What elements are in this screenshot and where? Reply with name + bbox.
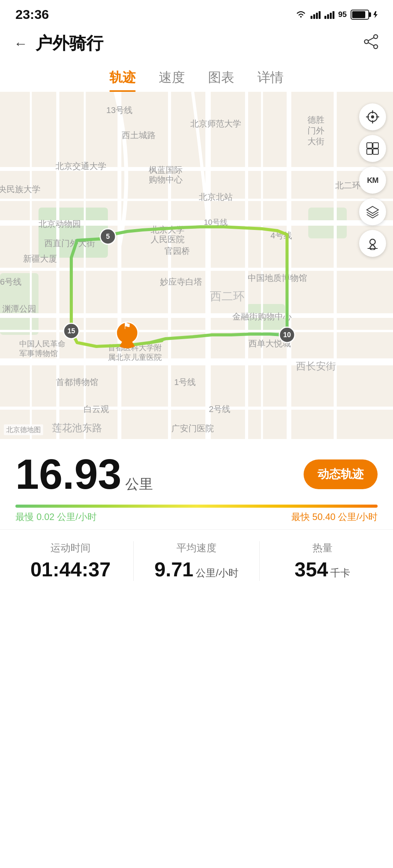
svg-point-1 bbox=[374, 35, 378, 39]
svg-text:金融街购物中心: 金融街购物中心 bbox=[232, 312, 292, 321]
svg-point-2 bbox=[364, 40, 368, 44]
svg-text:军事博物馆: 军事博物馆 bbox=[19, 349, 58, 358]
stat-duration-value: 01:44:37 bbox=[30, 558, 111, 581]
battery-box: 95 bbox=[338, 10, 378, 20]
svg-point-3 bbox=[374, 45, 378, 49]
svg-text:北京交通大学: 北京交通大学 bbox=[55, 161, 106, 171]
distance-unit: 公里 bbox=[125, 475, 153, 494]
signal-icon-1 bbox=[311, 10, 321, 19]
distance-display: 16.93 公里 bbox=[15, 453, 153, 495]
stat-speed-value: 9.71 bbox=[155, 558, 193, 581]
svg-rect-84 bbox=[373, 149, 378, 154]
tabs: 轨迹 速度 图表 详情 bbox=[0, 61, 393, 92]
back-button[interactable]: ← bbox=[14, 35, 28, 52]
map-container[interactable]: 13号线 西土城路 北京师范大学 德胜 门外 大街 北京交通大学 枫蓝国际 购物… bbox=[0, 92, 393, 439]
svg-text:渊潭公园: 渊潭公园 bbox=[2, 304, 36, 314]
svg-text:白云观: 白云观 bbox=[84, 404, 109, 414]
header-left: ← 户外骑行 bbox=[14, 32, 103, 55]
page-title: 户外骑行 bbox=[35, 32, 103, 55]
svg-text:央民族大学: 央民族大学 bbox=[0, 184, 40, 194]
stat-speed: 平均速度 9.71 公里/小时 bbox=[133, 541, 259, 581]
stat-calories-label: 热量 bbox=[312, 541, 333, 555]
speed-gradient-bar bbox=[15, 505, 378, 508]
layers-button[interactable] bbox=[359, 198, 386, 225]
distance-value: 16.93 bbox=[15, 453, 121, 495]
svg-text:5: 5 bbox=[106, 233, 110, 240]
speed-bar-section: 最慢 0.02 公里/小时 最快 50.40 公里/小时 bbox=[0, 499, 393, 525]
svg-text:德胜: 德胜 bbox=[307, 115, 324, 125]
poi-button[interactable] bbox=[359, 230, 386, 257]
wifi-icon bbox=[295, 9, 307, 20]
svg-text:枫蓝国际: 枫蓝国际 bbox=[149, 165, 183, 175]
svg-text:中国人民革命: 中国人民革命 bbox=[19, 339, 66, 348]
svg-text:妙应寺白塔: 妙应寺白塔 bbox=[160, 277, 202, 287]
dynamic-track-button[interactable]: 动态轨迹 bbox=[304, 459, 378, 489]
speed-min-label: 最慢 0.02 公里/小时 bbox=[15, 511, 97, 523]
svg-point-76 bbox=[371, 115, 374, 118]
svg-text:北二环: 北二环 bbox=[335, 181, 361, 190]
signal-icon-2 bbox=[324, 10, 334, 19]
stat-calories-unit: 千卡 bbox=[330, 566, 350, 580]
svg-text:购物中心: 购物中心 bbox=[149, 175, 183, 184]
share-button[interactable] bbox=[363, 34, 379, 53]
svg-text:北京动物园: 北京动物园 bbox=[39, 219, 81, 229]
svg-text:北京师范大学: 北京师范大学 bbox=[190, 119, 241, 128]
stat-duration: 运动时间 01:44:37 bbox=[8, 541, 133, 581]
stat-calories: 热量 354 千卡 bbox=[259, 541, 385, 581]
svg-text:北京北站: 北京北站 bbox=[199, 192, 233, 202]
km-button[interactable]: KM bbox=[359, 167, 386, 194]
tab-detail[interactable]: 详情 bbox=[257, 69, 284, 92]
speed-labels: 最慢 0.02 公里/小时 最快 50.40 公里/小时 bbox=[15, 511, 378, 523]
tab-chart[interactable]: 图表 bbox=[208, 69, 234, 92]
svg-text:西长安街: 西长安街 bbox=[296, 360, 336, 372]
tab-speed[interactable]: 速度 bbox=[159, 69, 185, 92]
tab-track[interactable]: 轨迹 bbox=[109, 69, 136, 92]
svg-text:人民医院: 人民医院 bbox=[151, 235, 185, 244]
status-bar: 23:36 95 bbox=[0, 0, 393, 26]
svg-text:13号线: 13号线 bbox=[106, 105, 133, 115]
svg-text:广安门医院: 广安门医院 bbox=[171, 424, 214, 433]
map-attribution: 北京德地图 bbox=[4, 424, 43, 435]
svg-text:莲花池东路: 莲花池东路 bbox=[52, 422, 102, 434]
maptype-button[interactable] bbox=[359, 135, 386, 162]
stat-speed-unit: 公里/小时 bbox=[196, 566, 238, 580]
battery-icon bbox=[351, 10, 369, 20]
svg-text:西二环: 西二环 bbox=[210, 290, 245, 302]
svg-text:属北京儿童医院: 属北京儿童医院 bbox=[108, 353, 162, 361]
svg-text:西土城路: 西土城路 bbox=[122, 130, 156, 140]
battery-percent: 95 bbox=[338, 10, 347, 19]
svg-text:门外: 门外 bbox=[307, 126, 324, 135]
stat-speed-label: 平均速度 bbox=[176, 541, 217, 555]
svg-text:大街: 大街 bbox=[307, 137, 324, 146]
svg-text:中国地质博物馆: 中国地质博物馆 bbox=[248, 273, 307, 283]
stat-calories-value: 354 bbox=[295, 558, 328, 581]
header: ← 户外骑行 bbox=[0, 26, 393, 61]
map-controls: KM bbox=[359, 103, 386, 257]
svg-line-5 bbox=[368, 43, 374, 46]
speed-max-label: 最快 50.40 公里/小时 bbox=[291, 511, 378, 523]
svg-text:1号线: 1号线 bbox=[174, 377, 196, 387]
svg-text:首都博物馆: 首都博物馆 bbox=[56, 377, 98, 387]
svg-rect-82 bbox=[373, 143, 378, 148]
svg-rect-81 bbox=[367, 143, 372, 148]
svg-line-4 bbox=[368, 38, 374, 41]
svg-text:2号线: 2号线 bbox=[209, 404, 230, 414]
locate-button[interactable] bbox=[359, 103, 386, 130]
svg-text:官园桥: 官园桥 bbox=[165, 246, 190, 256]
svg-marker-85 bbox=[367, 206, 378, 213]
status-icons: 95 bbox=[295, 9, 378, 20]
svg-point-0 bbox=[300, 16, 302, 17]
stat-duration-label: 运动时间 bbox=[50, 541, 91, 555]
svg-rect-83 bbox=[367, 149, 372, 154]
svg-text:10号线: 10号线 bbox=[204, 218, 228, 226]
svg-text:⚑: ⚑ bbox=[123, 321, 131, 331]
status-time: 23:36 bbox=[15, 7, 49, 22]
svg-point-86 bbox=[370, 239, 375, 245]
svg-text:6号线: 6号线 bbox=[0, 277, 22, 287]
distance-section: 16.93 公里 动态轨迹 bbox=[0, 439, 393, 499]
svg-text:15: 15 bbox=[67, 327, 75, 335]
svg-text:新疆大厦: 新疆大厦 bbox=[23, 254, 57, 263]
stats-row: 运动时间 01:44:37 平均速度 9.71 公里/小时 热量 354 千卡 bbox=[0, 529, 393, 596]
svg-text:10: 10 bbox=[283, 331, 291, 339]
